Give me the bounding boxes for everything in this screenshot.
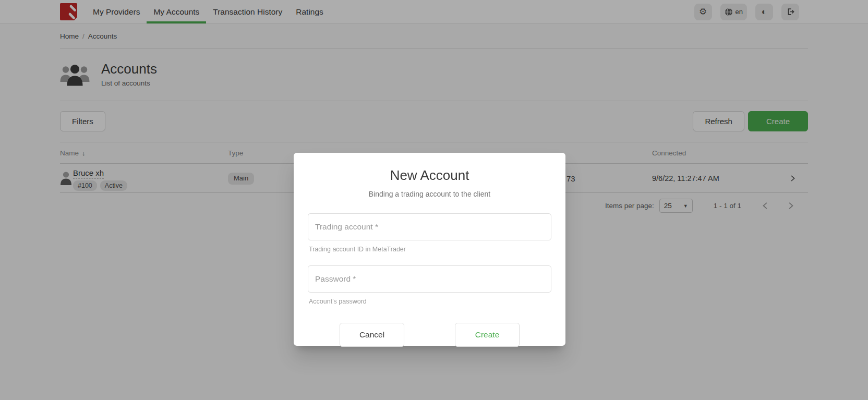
new-account-dialog: New Account Binding a trading account to… xyxy=(294,153,565,346)
dialog-cancel-button[interactable]: Cancel xyxy=(340,323,404,347)
password-hint: Account's password xyxy=(309,298,551,305)
dialog-title: New Account xyxy=(308,167,551,184)
trading-account-hint: Trading account ID in MetaTrader xyxy=(309,246,551,253)
trading-account-field-group: Trading account ID in MetaTrader xyxy=(308,213,551,253)
dialog-actions: Cancel Create xyxy=(308,323,551,347)
password-field-group: Account's password xyxy=(308,265,551,305)
dialog-create-button[interactable]: Create xyxy=(455,323,520,347)
trading-account-input[interactable] xyxy=(308,213,551,240)
password-input[interactable] xyxy=(308,265,551,293)
dialog-subtitle: Binding a trading account to the client xyxy=(308,190,551,198)
